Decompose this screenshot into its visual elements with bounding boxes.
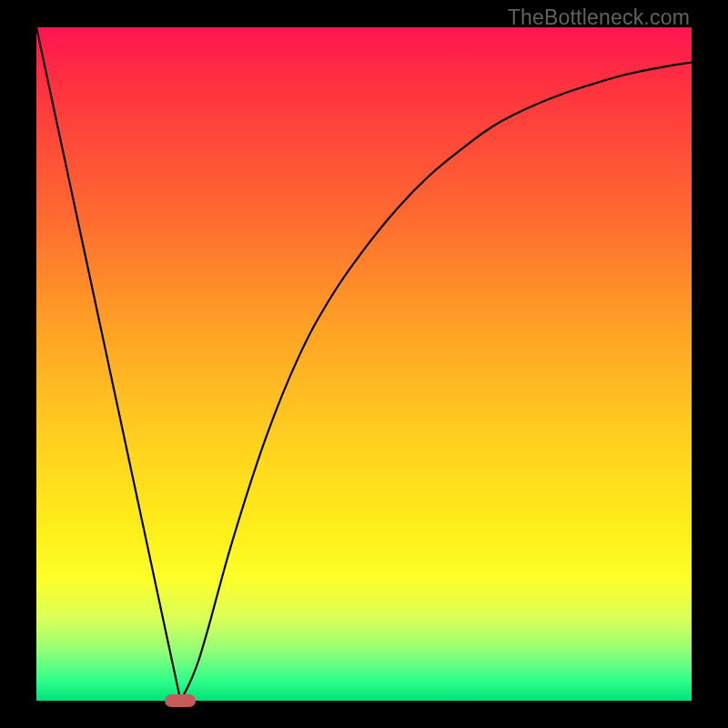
watermark-label: TheBottleneck.com	[508, 5, 690, 30]
minimum-marker	[165, 694, 196, 707]
plot-area	[36, 27, 692, 701]
bottleneck-curve	[36, 27, 692, 701]
chart-frame: TheBottleneck.com	[0, 0, 728, 728]
